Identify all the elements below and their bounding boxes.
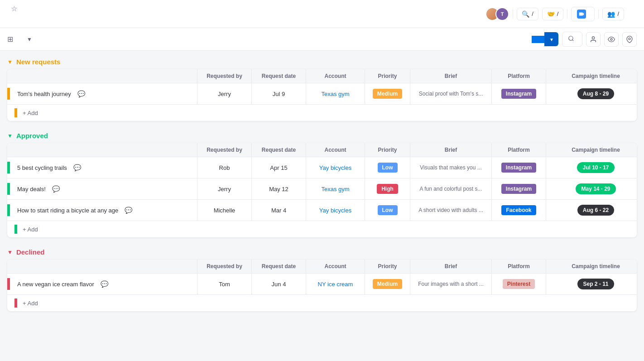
platform-cell[interactable]: Instagram [492,178,546,199]
group-title-new-requests: New requests [16,58,61,66]
table-grid-icon: ⊞ [7,35,13,43]
timeline-badge: Aug 8 - 29 [577,88,614,99]
col-header-6: Platform [492,69,546,83]
platform-cell[interactable]: Instagram [492,157,546,178]
account-link[interactable]: Texas gym [321,91,349,97]
invite-btn[interactable]: 🤝 / [542,8,564,20]
new-item-main[interactable] [532,36,544,43]
group-declined: ▼ Declined Requested byRequest dateAccou… [7,248,637,311]
table-header-row: Requested byRequest dateAccountPriorityB… [7,143,637,157]
notification-icon: 🔍 [522,10,529,18]
brief-text: Social proof with Tom's s... [419,91,483,97]
brief-text: A short video with adults ... [418,207,483,213]
col-header-7: Campaign timeline [546,69,637,83]
platform-badge: Instagram [501,89,536,99]
platform-cell[interactable]: Facebook [492,200,546,221]
request-date-cell: Mar 4 [252,200,306,221]
col-header-5: Brief [410,260,492,273]
col-header-3: Account [306,260,365,273]
timeline-cell: Aug 8 - 29 [546,83,637,104]
toolbar-right: ▼ [532,32,637,47]
group-header-approved[interactable]: ▼ Approved [7,132,637,140]
add-label[interactable]: + Add [23,110,38,116]
add-row[interactable]: + Add [7,295,637,311]
table-approved: Requested byRequest dateAccountPriorityB… [7,143,637,237]
search-button[interactable] [562,32,582,47]
account-link[interactable]: Yay bicycles [319,164,351,171]
platform-cell[interactable]: Pinterest [492,274,546,294]
svg-point-2 [592,37,594,39]
account-link[interactable]: NY ice cream [318,281,353,288]
add-label[interactable]: + Add [23,300,38,307]
brief-cell: Visuals that makes you ... [410,157,492,178]
col-header-0 [7,260,197,273]
item-name: How to start riding a bicycle at any age [17,207,118,214]
new-item-button[interactable]: ▼ [532,32,558,46]
comment-icon[interactable]: 💬 [73,164,81,171]
table-row: How to start riding a bicycle at any age… [7,200,637,221]
color-bar [7,183,10,195]
star-icon[interactable]: ☆ [11,5,17,13]
brief-cell: Four images with a short ... [410,274,492,294]
platform-cell[interactable]: Instagram [492,83,546,104]
svg-point-3 [610,39,612,40]
comment-icon[interactable]: 💬 [77,90,85,97]
content: ▼ New requests Requested byRequest dateA… [0,51,644,329]
activities-button[interactable] [628,12,637,16]
priority-cell[interactable]: Low [365,200,410,221]
item-name: A new vegan ice cream flavor [17,281,94,288]
add-color-bar [14,108,17,117]
request-date-cell: Jul 9 [252,83,306,104]
comment-icon[interactable]: 💬 [101,280,108,288]
item-name: Tom's health journey [17,91,71,97]
add-row[interactable]: + Add [7,221,637,237]
avatar-group: T [485,7,509,21]
priority-cell[interactable]: High [365,178,410,199]
timeline-badge: Jul 10 - 17 [577,162,614,173]
user-count: / [617,10,619,17]
priority-cell[interactable]: Medium [365,83,410,104]
group-header-new-requests[interactable]: ▼ New requests [7,58,637,66]
add-label[interactable]: + Add [23,226,38,233]
account-cell[interactable]: Yay bicycles [306,157,365,178]
group-title-declined: Declined [16,248,45,256]
comment-icon[interactable]: 💬 [52,185,60,193]
platform-badge: Facebook [501,205,536,215]
col-header-5: Brief [410,69,492,83]
table-new-requests: Requested byRequest dateAccountPriorityB… [7,69,637,121]
account-link[interactable]: Texas gym [321,186,349,193]
priority-cell[interactable]: Low [365,157,410,178]
person-icon-btn[interactable] [586,32,601,47]
timeline-cell: Sep 2 - 11 [546,274,637,294]
main-table-button[interactable]: ▼ [17,34,37,45]
group-header-declined[interactable]: ▼ Declined [7,248,637,256]
comment-icon[interactable]: 💬 [125,207,132,214]
group-chevron-icon: ▼ [7,59,13,65]
col-header-1: Requested by [197,69,252,83]
top-header: ☆ T 🔍 / 🤝 / [0,0,644,28]
col-header-3: Account [306,69,365,83]
table-declined: Requested byRequest dateAccountPriorityB… [7,260,637,311]
zoom-call-button[interactable] [571,7,595,21]
account-cell[interactable]: Texas gym [306,178,365,199]
eye-icon-btn[interactable] [604,32,619,47]
new-item-dropdown[interactable]: ▼ [544,32,558,46]
timeline-cell: Jul 10 - 17 [546,157,637,178]
chevron-down-icon: ▼ [27,36,32,43]
item-name-cell: 5 best cycling trails 💬 [7,157,197,178]
account-cell[interactable]: NY ice cream [306,274,365,294]
pin-icon-btn[interactable] [622,32,637,47]
add-row[interactable]: + Add [7,105,637,121]
account-cell[interactable]: Yay bicycles [306,200,365,221]
col-header-0 [7,69,197,83]
account-link[interactable]: Yay bicycles [319,207,351,214]
col-header-6: Platform [492,143,546,157]
notification-btn[interactable]: 🔍 / [517,8,538,20]
group-approved: ▼ Approved Requested byRequest dateAccou… [7,132,637,237]
user-count-btn[interactable]: 👥 / [602,8,624,20]
col-header-2: Request date [252,69,306,83]
priority-cell[interactable]: Medium [365,274,410,294]
account-cell[interactable]: Texas gym [306,83,365,104]
svg-line-1 [572,40,574,41]
color-bar [7,162,10,173]
